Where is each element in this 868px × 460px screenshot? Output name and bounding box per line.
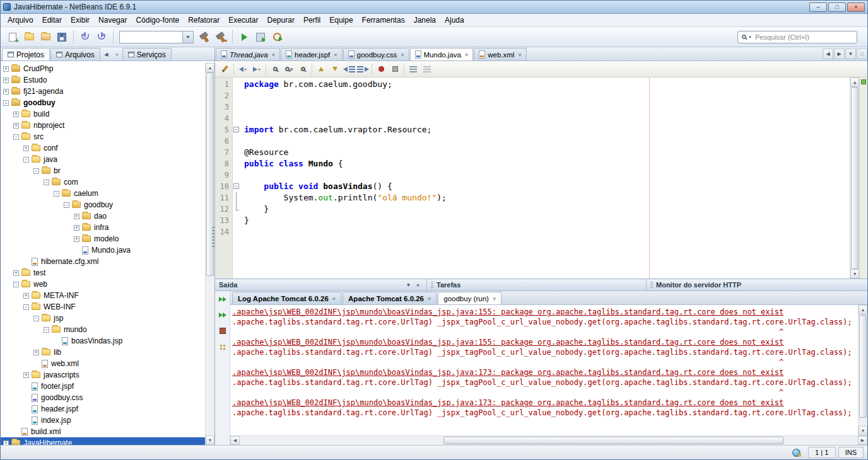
console-content[interactable]: .apache\jsp\WEB_002dINF\jsp\mundo\boasVi… [230, 305, 858, 435]
tree-node-conf[interactable]: +conf [1, 142, 214, 154]
collapse-icon[interactable]: - [23, 157, 29, 163]
expand-icon[interactable]: + [74, 214, 79, 219]
error-link[interactable]: .apache\jsp\WEB_002dINF\jsp\mundo\boasVi… [232, 307, 858, 317]
tree-node-web.xml[interactable]: web.xml [1, 358, 214, 369]
tree-node-JavaHibernate[interactable]: +JavaHibernate [1, 437, 214, 445]
fold-collapse-icon[interactable]: - [233, 127, 239, 132]
panel-splitter[interactable] [212, 227, 215, 248]
toggle-highlight-button[interactable] [296, 63, 310, 76]
tree-node-dao[interactable]: +dao [1, 210, 214, 222]
fold-column[interactable]: -- [233, 78, 240, 279]
editor-tab-goodbuy.css[interactable]: goodbuy.css× [343, 48, 409, 60]
tree-node-goodbuy.css[interactable]: goodbuy.css [1, 392, 214, 403]
editor-tab-Mundo.java[interactable]: Mundo.java× [410, 48, 474, 60]
close-tab-icon[interactable]: × [518, 52, 521, 58]
previous-occurrence-button[interactable] [314, 63, 328, 76]
error-link[interactable]: .apache\jsp\WEB_002dINF\jsp\mundo\boasVi… [232, 398, 858, 408]
notifications-icon[interactable] [792, 449, 801, 457]
next-occurrence-button[interactable] [328, 63, 342, 76]
tree-node-mundo[interactable]: -mundo [1, 324, 214, 335]
tree-node-Mundo.java[interactable]: Mundo.java [1, 244, 214, 256]
tree-node-CrudPhp[interactable]: +CrudPhp [1, 63, 214, 74]
expand-icon[interactable]: + [3, 78, 9, 83]
editor-tab-header.jspf[interactable]: header.jspf× [281, 48, 343, 60]
stop-build-button[interactable] [216, 325, 229, 337]
run-button[interactable] [236, 29, 252, 45]
line-numbers[interactable]: 1234567891011121314 [215, 78, 233, 279]
project-tree[interactable]: +CrudPhp+Estudo+fj21-agenda-goodbuy+buil… [1, 61, 214, 445]
fold-cell[interactable]: - [233, 124, 240, 135]
fold-cell[interactable]: - [233, 181, 240, 192]
editor-tab-Thread.java[interactable]: Thread.java× [216, 48, 280, 60]
tab-list-dropdown-button[interactable]: ▼ [845, 49, 856, 59]
clean-build-button[interactable] [213, 29, 229, 45]
console-hscrollbar[interactable]: ◀ ▶ [230, 435, 867, 445]
error-link[interactable]: .apache\jsp\WEB_002dINF\jsp\mundo\boasVi… [232, 367, 858, 377]
output-tab-goodbuy (run)[interactable]: goodbuy (run)× [438, 292, 501, 304]
tree-node-br[interactable]: -br [1, 165, 214, 176]
collapse-icon[interactable]: - [23, 304, 29, 310]
shift-line-right-button[interactable] [356, 63, 370, 76]
comment-button[interactable] [406, 63, 420, 76]
find-button[interactable] [268, 63, 282, 76]
tree-node-WEB-INF[interactable]: -WEB-INF [1, 301, 214, 313]
collapse-icon[interactable]: - [33, 168, 39, 174]
close-tab-icon[interactable]: × [493, 296, 496, 302]
output-header[interactable]: Saída ▼ × [215, 279, 427, 290]
profile-button[interactable] [269, 29, 285, 45]
close-tab-icon[interactable]: × [334, 52, 337, 58]
tree-node-goodbuy[interactable]: -goodbuy [1, 97, 214, 108]
scroll-left-icon[interactable]: ◀ [230, 436, 240, 445]
scroll-down-icon[interactable]: ▼ [859, 426, 867, 435]
scroll-tabs-left-button[interactable]: ◀ [823, 49, 833, 59]
tree-node-Estudo[interactable]: +Estudo [1, 74, 214, 86]
scroll-right-icon[interactable]: ▶ [858, 436, 867, 445]
tree-scrollbar[interactable]: ▲ ▼ [205, 63, 214, 445]
uncomment-button[interactable] [420, 63, 434, 76]
tree-node-web[interactable]: -web [1, 279, 214, 290]
close-tab-icon[interactable]: × [332, 296, 336, 302]
tree-node-nbproject[interactable]: +nbproject [1, 120, 214, 131]
editor-tab-web.xml[interactable]: web.xml× [474, 48, 526, 60]
tab-arquivos[interactable]: Arquivos [50, 48, 100, 60]
tree-node-lib[interactable]: +lib [1, 347, 214, 358]
fold-collapse-icon[interactable]: - [233, 183, 239, 189]
scroll-up-icon[interactable]: ▲ [859, 305, 867, 314]
collapse-icon[interactable]: - [13, 282, 19, 287]
tree-node-com[interactable]: -com [1, 176, 214, 188]
menu-item-equipe[interactable]: Equipe [325, 14, 357, 26]
console-scrollbar[interactable]: ▲ ▼ [858, 305, 867, 435]
scroll-down-icon[interactable]: ▼ [206, 435, 214, 445]
expand-icon[interactable]: + [13, 112, 19, 117]
stop-macro-recording-button[interactable] [388, 63, 402, 76]
close-panel-button[interactable]: × [112, 50, 122, 59]
scroll-thumb[interactable] [851, 87, 859, 269]
scroll-up-icon[interactable]: ▲ [850, 78, 859, 87]
close-output-icon[interactable]: × [413, 280, 423, 289]
tree-node-test[interactable]: +test [1, 267, 214, 279]
expand-icon[interactable]: + [33, 350, 39, 355]
expand-icon[interactable]: + [13, 270, 19, 276]
error-link[interactable]: .apache\jsp\WEB_002dINF\jsp\mundo\boasVi… [232, 337, 858, 347]
tree-node-build[interactable]: +build [1, 108, 214, 120]
open-project-button[interactable] [37, 29, 54, 45]
output-tab-Log Apache Tomcat 6.0.26[interactable]: Log Apache Tomcat 6.0.26× [232, 292, 341, 304]
scroll-tabs-right-button[interactable]: ▶ [834, 49, 845, 59]
maximize-editor-button[interactable]: □ [857, 49, 867, 59]
expand-icon[interactable]: + [74, 236, 79, 242]
tree-node-caelum[interactable]: -caelum [1, 188, 214, 199]
config-combobox[interactable]: ▼ [119, 31, 194, 43]
tree-node-modelo[interactable]: +modelo [1, 233, 214, 244]
tab-servicos[interactable]: Serviços [122, 48, 172, 60]
tree-node-boasVindas.jsp[interactable]: boasVindas.jsp [1, 335, 214, 347]
minimize-button[interactable]: – [809, 3, 827, 12]
expand-icon[interactable]: + [13, 123, 19, 129]
expand-icon[interactable]: + [23, 146, 29, 151]
redo-button[interactable] [93, 29, 110, 45]
collapse-icon[interactable]: - [44, 180, 49, 185]
new-project-button[interactable] [21, 29, 37, 45]
close-button[interactable]: × [847, 3, 865, 12]
rerun-button[interactable] [216, 293, 229, 306]
menu-item-código-fonte[interactable]: Código-fonte [131, 14, 184, 26]
expand-icon[interactable]: + [3, 440, 9, 446]
